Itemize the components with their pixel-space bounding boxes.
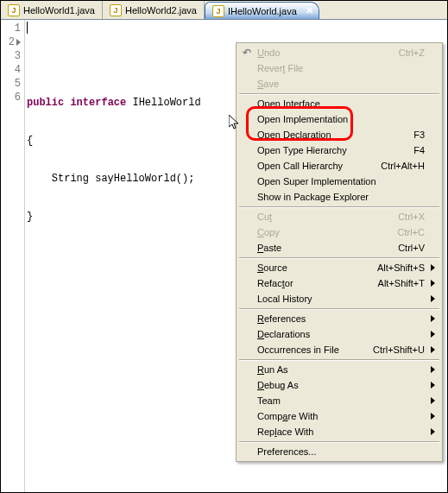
menu-open-type-hierarchy[interactable]: Open Type Hierarchy F4 — [238, 142, 440, 158]
java-file-icon: J — [110, 4, 122, 16]
shortcut-label: Alt+Shift+S — [377, 262, 425, 273]
menu-local-history[interactable]: Local History — [238, 291, 440, 307]
menu-revert-file[interactable]: Revert File — [238, 60, 440, 76]
line-number: 2 — [1, 35, 24, 49]
shortcut-label: Ctrl+X — [398, 212, 425, 222]
shortcut-label: Ctrl+Alt+H — [381, 161, 425, 171]
context-menu: ↶ Undo Ctrl+Z Revert File Save Open Inte… — [236, 42, 443, 462]
menu-separator — [239, 257, 439, 258]
menu-occurrences[interactable]: Occurrences in File Ctrl+Shift+U — [238, 342, 440, 357]
submenu-arrow-icon — [431, 428, 435, 435]
shortcut-label: Ctrl+V — [398, 243, 425, 253]
text-cursor — [27, 22, 28, 34]
menu-show-in-package-explorer[interactable]: Show in Package Explorer — [238, 189, 440, 205]
menu-debug-as[interactable]: Debug As — [238, 377, 440, 393]
menu-compare-with[interactable]: Compare With — [238, 408, 440, 424]
menu-copy[interactable]: Copy Ctrl+C — [238, 224, 440, 240]
line-number: 6 — [1, 91, 24, 104]
line-number: 3 — [1, 49, 24, 63]
fold-icon[interactable] — [16, 39, 21, 46]
menu-refactor[interactable]: Refactor Alt+Shift+T — [238, 275, 440, 291]
menu-separator — [239, 308, 439, 309]
shortcut-label: Ctrl+Z — [399, 47, 425, 58]
menu-replace-with[interactable]: Replace With — [238, 424, 440, 439]
java-file-icon: J — [212, 5, 224, 17]
tab-label: HelloWorld1.java — [23, 5, 95, 16]
tab-label: HelloWorld2.java — [125, 5, 197, 16]
menu-run-as[interactable]: Run As — [238, 362, 440, 377]
shortcut-label: F3 — [413, 130, 425, 140]
menu-separator — [239, 93, 439, 94]
menu-references[interactable]: References — [238, 311, 440, 326]
submenu-arrow-icon — [431, 331, 435, 338]
tab-label: IHelloWorld.java — [228, 6, 297, 16]
menu-team[interactable]: Team — [238, 393, 440, 408]
menu-open-call-hierarchy[interactable]: Open Call Hierarchy Ctrl+Alt+H — [238, 158, 440, 174]
line-number-gutter: 1 2 3 4 5 6 — [1, 20, 25, 492]
menu-open-declaration[interactable]: Open Declaration F3 — [238, 127, 440, 142]
submenu-arrow-icon — [431, 295, 435, 302]
shortcut-label: Ctrl+C — [398, 227, 425, 237]
java-file-icon: J — [8, 4, 20, 16]
menu-separator — [239, 359, 439, 360]
menu-save[interactable]: Save — [238, 76, 440, 92]
tab-helloworld1[interactable]: J HelloWorld1.java — [1, 1, 103, 19]
submenu-arrow-icon — [431, 382, 435, 389]
menu-undo[interactable]: ↶ Undo Ctrl+Z — [238, 45, 440, 60]
shortcut-label: Alt+Shift+T — [378, 278, 425, 288]
menu-open-interface[interactable]: Open Interface — [238, 96, 440, 111]
line-number: 4 — [1, 63, 24, 77]
line-number: 1 — [1, 22, 24, 35]
menu-open-implementation[interactable]: Open Implementation — [238, 111, 440, 127]
editor-tab-bar: J HelloWorld1.java J HelloWorld2.java J … — [1, 1, 447, 20]
line-number: 5 — [1, 77, 24, 91]
menu-open-super-implementation[interactable]: Open Super Implementation — [238, 174, 440, 189]
submenu-arrow-icon — [431, 346, 435, 353]
tab-helloworld2[interactable]: J HelloWorld2.java — [103, 1, 205, 19]
menu-preferences[interactable]: Preferences... — [238, 444, 440, 459]
menu-cut[interactable]: Cut Ctrl+X — [238, 209, 440, 224]
menu-paste[interactable]: Paste Ctrl+V — [238, 240, 440, 256]
menu-separator — [239, 441, 439, 442]
submenu-arrow-icon — [431, 315, 435, 322]
undo-icon: ↶ — [241, 47, 253, 59]
submenu-arrow-icon — [431, 397, 435, 404]
menu-separator — [239, 206, 439, 207]
shortcut-label: Ctrl+Shift+U — [373, 344, 425, 355]
menu-source[interactable]: Source Alt+Shift+S — [238, 260, 440, 275]
submenu-arrow-icon — [431, 413, 435, 420]
tab-ihelloworld[interactable]: J IHelloWorld.java ✕ — [205, 2, 319, 19]
menu-declarations[interactable]: Declarations — [238, 326, 440, 342]
shortcut-label: F4 — [413, 145, 425, 155]
submenu-arrow-icon — [431, 280, 435, 287]
submenu-arrow-icon — [431, 366, 435, 373]
close-icon[interactable]: ✕ — [306, 5, 313, 16]
submenu-arrow-icon — [431, 264, 435, 271]
